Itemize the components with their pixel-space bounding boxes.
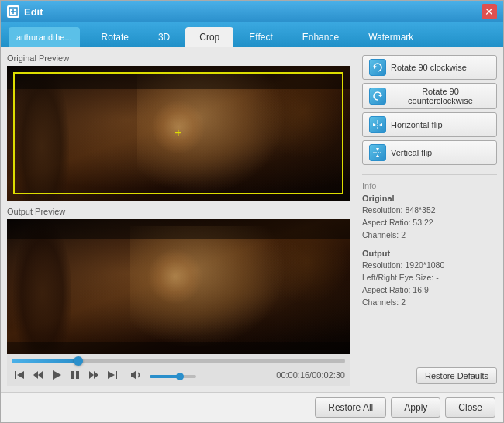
content-area: Original Preview	[1, 47, 503, 392]
seek-fill	[12, 359, 78, 363]
player-bar: 00:00:16/00:02:30	[7, 354, 350, 386]
svg-marker-5	[33, 371, 38, 379]
restore-all-button[interactable]: Restore All	[315, 397, 386, 418]
v-flip-button[interactable]: Vertical flip	[362, 140, 497, 165]
original-aspect-ratio: Aspect Ratio: 53:22	[362, 217, 497, 229]
original-info-title: Original	[362, 194, 497, 203]
original-info-group: Original Resolution: 848*352 Aspect Rati…	[362, 194, 497, 241]
svg-marker-11	[94, 371, 98, 379]
svg-rect-12	[116, 371, 117, 379]
original-preview: +	[7, 66, 350, 201]
original-channels: Channels: 2	[362, 229, 497, 242]
svg-marker-14	[131, 370, 136, 380]
apply-button[interactable]: Apply	[391, 397, 440, 418]
svg-marker-6	[38, 371, 43, 379]
svg-marker-13	[108, 371, 115, 379]
restore-defaults-button[interactable]: Restore Defaults	[416, 367, 497, 384]
info-title: Info	[362, 181, 497, 191]
file-tab-label: arthurandthe...	[16, 33, 72, 42]
output-info-group: Output Resolution: 1920*1080 Left/Right …	[362, 249, 497, 308]
play-button[interactable]	[49, 367, 64, 383]
window-title: Edit	[24, 6, 482, 18]
tab-crop[interactable]: Crop	[185, 27, 233, 47]
tab-3d[interactable]: 3D	[144, 27, 184, 47]
step-forward-button[interactable]	[86, 367, 102, 383]
tab-enhance[interactable]: Enhance	[288, 27, 353, 47]
svg-marker-22	[376, 154, 379, 157]
close-window-button[interactable]: ✕	[482, 4, 497, 19]
original-resolution: Resolution: 848*352	[362, 205, 497, 217]
seek-thumb[interactable]	[74, 356, 83, 366]
h-flip-button[interactable]: Horizontal flip	[362, 112, 497, 137]
svg-marker-16	[378, 94, 381, 98]
svg-rect-8	[71, 371, 74, 379]
title-bar: Edit ✕	[1, 1, 503, 22]
svg-rect-9	[76, 371, 79, 379]
output-preview	[7, 219, 350, 354]
v-flip-icon	[369, 144, 386, 161]
svg-marker-4	[17, 371, 24, 379]
svg-rect-3	[15, 371, 16, 379]
tab-effect[interactable]: Effect	[235, 27, 286, 47]
pause-button[interactable]	[67, 367, 83, 383]
rotate-cw-button[interactable]: Rotate 90 clockwise	[362, 55, 497, 80]
close-button[interactable]: Close	[445, 397, 495, 418]
skip-start-button[interactable]	[12, 367, 27, 383]
volume-slider[interactable]	[150, 370, 196, 380]
svg-marker-21	[376, 148, 379, 151]
output-lr-size: Left/Right Eye Size: -	[362, 272, 497, 284]
output-resolution: Resolution: 1920*1080	[362, 260, 497, 272]
seek-bar[interactable]	[12, 359, 345, 363]
file-tab[interactable]: arthurandthe...	[9, 27, 80, 47]
svg-marker-19	[379, 123, 382, 126]
tabs-bar: arthurandthe... Rotate 3D Crop Effect En…	[1, 22, 503, 47]
rotate-cw-icon	[369, 59, 386, 76]
svg-marker-15	[374, 65, 377, 69]
svg-marker-10	[89, 371, 94, 379]
svg-marker-7	[53, 370, 61, 380]
tab-rotate[interactable]: Rotate	[88, 27, 143, 47]
right-panel: Rotate 90 clockwise Rotate 90 counterclo…	[356, 47, 503, 392]
svg-marker-18	[373, 123, 376, 126]
rotate-ccw-button[interactable]: Rotate 90 counterclockwise	[362, 83, 497, 109]
output-aspect-ratio: Aspect Ratio: 16:9	[362, 284, 497, 297]
output-channels: Channels: 2	[362, 297, 497, 309]
rotate-ccw-icon	[369, 88, 386, 105]
time-display: 00:00:16/00:02:30	[276, 370, 345, 380]
h-flip-icon	[369, 116, 386, 133]
info-section: Info Original Resolution: 848*352 Aspect…	[362, 174, 497, 316]
output-preview-label: Output Preview	[7, 207, 350, 216]
original-preview-label: Original Preview	[7, 53, 350, 63]
crop-crosshair: +	[174, 126, 181, 140]
step-back-button[interactable]	[30, 367, 46, 383]
volume-icon[interactable]	[128, 367, 143, 383]
main-window: Edit ✕ arthurandthe... Rotate 3D Crop Ef…	[0, 0, 504, 423]
controls-row: 00:00:16/00:02:30	[12, 367, 345, 383]
skip-end-button[interactable]	[105, 367, 120, 383]
output-info-title: Output	[362, 249, 497, 258]
app-icon	[7, 5, 19, 18]
left-panel: Original Preview	[1, 47, 356, 392]
tab-watermark[interactable]: Watermark	[354, 27, 427, 47]
bottom-bar: Restore All Apply Close	[1, 392, 503, 422]
